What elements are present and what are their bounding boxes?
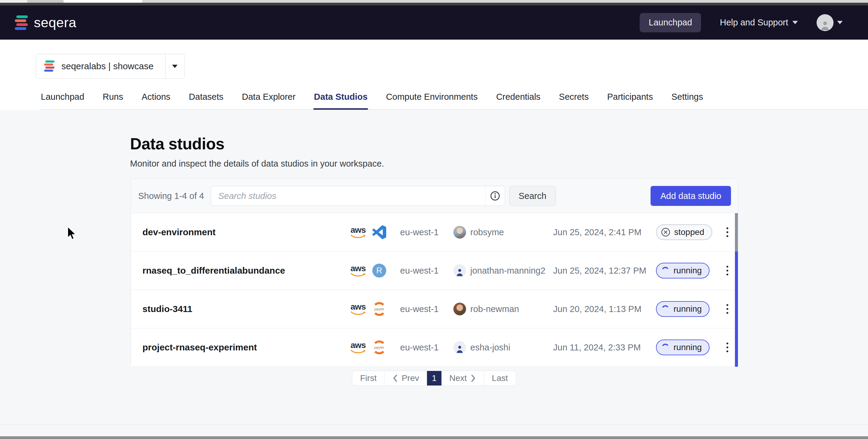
pagination-prev-label: Prev (402, 373, 419, 383)
username: esha-joshi (470, 343, 510, 352)
username: jonathan-manning2 (470, 266, 545, 276)
status-cell: stopped (656, 224, 717, 240)
table-row[interactable]: project-rnaseq-experiment aws jupyter eu… (131, 328, 738, 367)
tab-participants[interactable]: Participants (607, 92, 654, 109)
page-title: Data studios (130, 134, 224, 153)
pagination-next-label: Next (450, 373, 467, 383)
bottom-scrollbar-strip[interactable] (0, 436, 868, 439)
tab-compute-environments[interactable]: Compute Environments (385, 92, 478, 109)
pagination: First Prev 1 Next Last (352, 371, 516, 386)
chevron-right-icon (470, 374, 476, 382)
status-badge: running (656, 263, 710, 278)
created-date: Jun 25, 2024, 12:37 PM (553, 266, 656, 276)
aws-icon: aws (348, 341, 368, 354)
status-badge: running (656, 301, 710, 317)
pagination-first[interactable]: First (352, 371, 384, 385)
help-and-support-label: Help and Support (720, 18, 788, 28)
status-cell: running (656, 263, 717, 278)
studio-name-link[interactable]: studio-3411 (143, 304, 348, 314)
tab-settings[interactable]: Settings (671, 92, 704, 109)
region: eu-west-1 (400, 266, 453, 276)
footer-divider (0, 425, 868, 425)
status-badge: stopped (656, 224, 712, 240)
aws-icon: aws (348, 302, 368, 316)
table-row[interactable]: studio-3411 aws jupyter eu-west-1 rob-ne… (131, 290, 738, 328)
window-edge-strip (0, 3, 868, 5)
table-toolbar: Showing 1-4 of 4 Search Add data studio (131, 179, 738, 213)
pagination-prev[interactable]: Prev (385, 371, 427, 385)
user-cell: esha-joshi (453, 341, 553, 354)
status-cell: running (656, 340, 717, 355)
user-cell: rob-newman (453, 303, 553, 315)
table-row[interactable]: rnaseq_to_differentialabundance aws R eu… (131, 252, 738, 290)
tab-data-explorer[interactable]: Data Explorer (241, 92, 296, 109)
studio-name-link[interactable]: project-rnaseq-experiment (143, 342, 348, 352)
workspace-selector[interactable]: seqeralabs | showcase (36, 54, 185, 79)
showing-count: Showing 1-4 of 4 (138, 191, 204, 201)
search-input-group (211, 186, 505, 206)
person-icon (455, 266, 465, 277)
tab-runs[interactable]: Runs (102, 92, 124, 109)
pagination-last[interactable]: Last (484, 371, 516, 385)
scrollbar-thumb[interactable] (735, 213, 738, 252)
user-cell: jonathan-manning2 (453, 264, 553, 277)
row-menu-kebab-icon[interactable] (722, 301, 733, 317)
search-input[interactable] (211, 186, 486, 206)
row-menu-kebab-icon[interactable] (722, 263, 733, 278)
workspace-dropdown-toggle[interactable] (165, 54, 185, 78)
workspace-band: seqeralabs | showcase Launchpad Runs Act… (0, 40, 868, 110)
rstudio-icon: R (372, 264, 386, 278)
status-label: running (674, 266, 702, 276)
data-studios-card: Showing 1-4 of 4 Search Add data studio … (131, 179, 738, 367)
tab-actions[interactable]: Actions (141, 92, 171, 109)
topbar-right-group: Launchpad Help and Support (640, 13, 843, 32)
chevron-left-icon (393, 374, 398, 382)
tab-secrets[interactable]: Secrets (558, 92, 589, 109)
user-avatar-generic (453, 264, 466, 277)
workspace-selected: seqeralabs | showcase (36, 60, 165, 72)
studio-name-link[interactable]: dev-environment (143, 227, 348, 237)
aws-icon: aws (348, 264, 368, 277)
user-avatar-photo (453, 303, 466, 315)
row-menu-kebab-icon[interactable] (722, 340, 733, 355)
region: eu-west-1 (400, 343, 453, 352)
row-menu-kebab-icon[interactable] (722, 224, 733, 240)
stopped-icon (661, 227, 671, 237)
help-and-support-menu[interactable]: Help and Support (720, 18, 798, 28)
launchpad-button[interactable]: Launchpad (640, 13, 701, 32)
tab-datasets[interactable]: Datasets (188, 92, 224, 109)
tab-data-studios[interactable]: Data Studios (313, 92, 368, 109)
aws-icon: aws (348, 225, 368, 239)
status-badge: running (656, 340, 710, 355)
table-row[interactable]: dev-environment aws eu-west-1 robsyme Ju… (131, 213, 738, 252)
jupyter-icon: jupyter (372, 340, 386, 354)
user-avatar-generic (453, 341, 466, 354)
status-label: running (674, 343, 702, 352)
add-data-studio-button[interactable]: Add data studio (651, 186, 731, 206)
jupyter-icon: jupyter (372, 302, 386, 316)
user-menu[interactable] (816, 14, 843, 31)
pagination-current-page[interactable]: 1 (427, 371, 441, 385)
table-scrollbar[interactable] (735, 213, 738, 367)
search-info-icon[interactable] (486, 186, 505, 206)
status-label: stopped (674, 227, 704, 237)
person-icon (819, 19, 831, 31)
status-label: running (674, 304, 702, 314)
top-navigation-bar: seqera Launchpad Help and Support (0, 5, 868, 40)
provider-app-icons: aws jupyter (348, 302, 400, 316)
created-date: Jun 20, 2024, 1:13 PM (553, 304, 656, 314)
tab-launchpad[interactable]: Launchpad (40, 92, 85, 109)
search-button[interactable]: Search (509, 186, 556, 206)
created-date: Jun 11, 2024, 2:33 PM (553, 343, 656, 352)
brand-name: seqera (34, 15, 76, 31)
status-cell: running (656, 301, 717, 317)
user-cell: robsyme (453, 226, 553, 239)
spinner-icon (661, 266, 670, 275)
seqera-logo[interactable]: seqera (14, 14, 76, 31)
studio-name-link[interactable]: rnaseq_to_differentialabundance (143, 265, 348, 276)
provider-app-icons: aws jupyter (348, 340, 400, 354)
username: robsyme (470, 227, 504, 237)
provider-app-icons: aws (348, 225, 400, 239)
tab-credentials[interactable]: Credentials (495, 92, 541, 109)
pagination-next[interactable]: Next (441, 371, 484, 385)
